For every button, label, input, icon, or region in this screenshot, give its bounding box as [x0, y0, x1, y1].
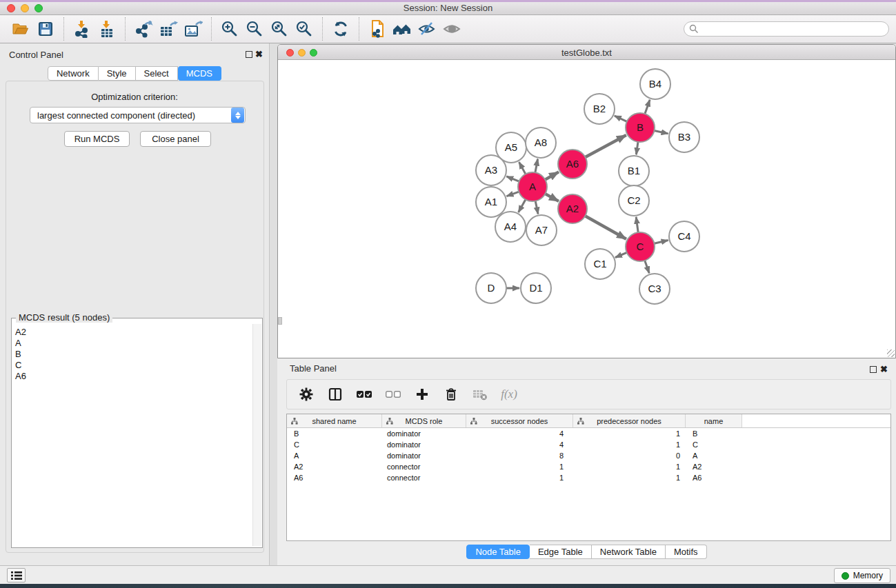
table-cell[interactable]: 4 [466, 439, 573, 450]
table-cell[interactable]: C [686, 439, 742, 450]
tab-network[interactable]: Network [48, 66, 99, 81]
save-session-button[interactable] [33, 17, 58, 41]
mcds-result-item[interactable]: B [15, 349, 252, 360]
table-row[interactable]: A2connector11A2 [287, 461, 890, 472]
task-history-button[interactable] [7, 568, 26, 582]
node-A2[interactable]: A2 [558, 194, 587, 223]
tab-mcds[interactable]: MCDS [178, 66, 221, 81]
column-header-MCDS-role[interactable]: MCDS role [382, 414, 466, 427]
memory-button[interactable]: Memory [834, 568, 890, 583]
tab-motifs[interactable]: Motifs [666, 545, 707, 559]
node-A8[interactable]: A8 [526, 128, 556, 158]
edge-A2-C[interactable] [585, 216, 626, 239]
table-cell[interactable]: A [686, 450, 742, 461]
table-cell[interactable]: A2 [287, 461, 382, 472]
tab-select[interactable]: Select [136, 66, 178, 81]
tab-edge-table[interactable]: Edge Table [530, 545, 592, 559]
show-columns-button[interactable] [327, 386, 344, 403]
network-window-titlebar[interactable]: testGlobe.txt [278, 45, 895, 60]
table-settings-button[interactable] [298, 386, 315, 403]
table-cell[interactable]: A [287, 450, 382, 461]
node-A[interactable]: A [518, 172, 547, 201]
home-layout-button[interactable] [390, 17, 415, 41]
table-cell[interactable]: 8 [466, 450, 573, 461]
export-table-button[interactable] [156, 17, 181, 41]
zoom-in-button[interactable] [217, 17, 242, 41]
table-cell[interactable]: A6 [686, 472, 742, 483]
table-cell[interactable]: 1 [573, 428, 686, 439]
network-canvas[interactable]: AA6A2BCA5A8A3A1A4A7B2B4B3B1C2C4C1C3DD1 [278, 60, 895, 358]
close-table-panel-icon[interactable]: ✖ [880, 364, 888, 374]
edge-A-A7[interactable] [535, 201, 538, 214]
mcds-result-item[interactable]: A6 [15, 371, 252, 382]
edge-A-A4[interactable] [519, 199, 526, 212]
edge-B-B4[interactable] [645, 100, 650, 114]
delete-table-button[interactable] [472, 386, 488, 403]
edge-B-B3[interactable] [655, 131, 668, 134]
run-mcds-button[interactable]: Run MCDS [64, 131, 130, 147]
search-input[interactable] [684, 21, 889, 37]
delete-column-button[interactable] [443, 386, 459, 403]
node-D1[interactable]: D1 [521, 273, 551, 303]
table-cell[interactable]: 4 [466, 428, 573, 439]
table-cell[interactable]: A2 [686, 461, 742, 472]
float-table-panel-icon[interactable] [870, 366, 877, 373]
table-cell[interactable]: connector [382, 461, 466, 472]
create-column-button[interactable] [414, 386, 430, 403]
node-C1[interactable]: C1 [585, 249, 615, 279]
node-A7[interactable]: A7 [526, 215, 557, 245]
zoom-fit-button[interactable] [267, 17, 292, 41]
node-B3[interactable]: B3 [669, 122, 699, 152]
zoom-selected-button[interactable] [292, 17, 317, 41]
edge-A-A8[interactable] [535, 159, 538, 173]
table-cell[interactable]: 1 [466, 472, 573, 483]
table-cell[interactable]: dominator [382, 428, 466, 439]
node-C[interactable]: C [626, 232, 655, 261]
tab-node-table[interactable]: Node Table [466, 545, 530, 559]
table-cell[interactable]: 1 [573, 439, 686, 450]
edge-C-C2[interactable] [636, 217, 638, 232]
mcds-result-item[interactable]: A2 [15, 327, 252, 338]
select-all-button[interactable] [356, 386, 372, 403]
table-cell[interactable]: 1 [573, 461, 686, 472]
open-session-button[interactable] [8, 17, 33, 41]
tab-style[interactable]: Style [99, 66, 136, 81]
edge-B-B2[interactable] [615, 116, 627, 121]
edge-C-C4[interactable] [654, 241, 668, 244]
table-row[interactable]: Cdominator41C [287, 439, 890, 450]
optimization-criterion-dropdown[interactable]: largest connected component (directed) [30, 107, 246, 123]
edge-A-A5[interactable] [519, 162, 526, 174]
column-header-shared-name[interactable]: shared name [287, 414, 382, 427]
node-A1[interactable]: A1 [476, 187, 506, 217]
edge-B-B1[interactable] [636, 142, 638, 154]
import-network-button[interactable] [70, 17, 94, 41]
table-cell[interactable]: 1 [573, 472, 686, 483]
export-image-button[interactable] [181, 17, 206, 41]
edge-A6-B[interactable] [586, 135, 626, 157]
show-eye-button[interactable] [439, 17, 464, 41]
table-cell[interactable]: B [686, 428, 742, 439]
table-row[interactable]: A6connector11A6 [287, 472, 890, 483]
node-D[interactable]: D [476, 273, 506, 303]
table-row[interactable]: Adominator80A [287, 450, 890, 461]
node-A4[interactable]: A4 [495, 212, 526, 242]
divider-gripper[interactable] [278, 317, 282, 325]
node-A3[interactable]: A3 [476, 155, 506, 185]
import-table-button[interactable] [94, 17, 119, 41]
node-C3[interactable]: C3 [639, 274, 670, 304]
table-cell[interactable]: C [287, 439, 382, 450]
hide-glasses-button[interactable] [415, 17, 439, 41]
resize-corner[interactable] [887, 349, 895, 357]
column-header-successor-nodes[interactable]: successor nodes [466, 414, 573, 427]
table-cell[interactable]: 1 [466, 461, 573, 472]
node-C4[interactable]: C4 [669, 221, 699, 252]
table-cell[interactable]: dominator [382, 439, 466, 450]
clone-network-button[interactable] [365, 17, 390, 41]
table-cell[interactable]: B [287, 428, 382, 439]
table-row[interactable]: Bdominator41B [287, 428, 890, 439]
edge-C-C3[interactable] [645, 261, 649, 273]
node-B2[interactable]: B2 [584, 94, 615, 124]
mcds-list-scrollbar[interactable] [252, 324, 261, 546]
edge-C-C1[interactable] [615, 252, 627, 257]
float-panel-icon[interactable] [246, 51, 252, 58]
